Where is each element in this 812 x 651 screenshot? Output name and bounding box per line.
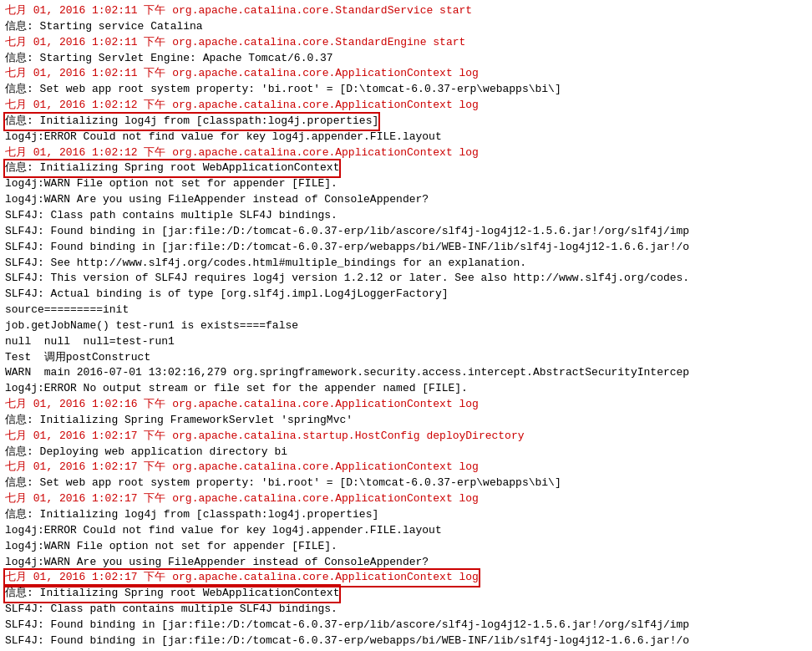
log-line: 七月 01, 2016 1:02:17 下午 org.apache.catali… xyxy=(5,570,807,586)
log-line: 信息: Initializing Spring root WebApplicat… xyxy=(5,586,807,602)
log-line: source=========init xyxy=(5,303,807,318)
log-line: 信息: Initializing Spring FrameworkServlet… xyxy=(5,413,807,429)
log-line: 七月 01, 2016 1:02:12 下午 org.apache.catali… xyxy=(5,145,807,161)
log-line: 信息: Initializing Spring root WebApplicat… xyxy=(5,160,807,176)
log-line: SLF4J: Found binding in [jar:file:/D:/to… xyxy=(5,224,807,240)
log-line: job.getJobName() test-run1 is exists====… xyxy=(5,318,807,334)
log-line: 七月 01, 2016 1:02:11 下午 org.apache.catali… xyxy=(5,35,807,51)
highlighted-log-line: 信息: Initializing Spring root WebApplicat… xyxy=(5,586,339,602)
log-line: log4j:WARN File option not set for appen… xyxy=(5,539,807,555)
log-line: WARN main 2016-07-01 13:02:16,279 org.sp… xyxy=(5,365,807,381)
log-output: 七月 01, 2016 1:02:11 下午 org.apache.catali… xyxy=(0,0,812,651)
log-line: 七月 01, 2016 1:02:12 下午 org.apache.catali… xyxy=(5,98,807,114)
log-line: 信息: Set web app root system property: 'b… xyxy=(5,82,807,98)
log-line: SLF4J: Actual binding is of type [org.sl… xyxy=(5,287,807,303)
log-line: log4j:ERROR No output stream or file set… xyxy=(5,381,807,397)
log-line: 七月 01, 2016 1:02:16 下午 org.apache.catali… xyxy=(5,397,807,413)
log-line: log4j:ERROR Could not find value for key… xyxy=(5,130,807,145)
log-line: log4j:WARN Are you using FileAppender in… xyxy=(5,192,807,208)
log-line: SLF4J: Found binding in [jar:file:/D:/to… xyxy=(5,240,807,256)
log-line: 七月 01, 2016 1:02:11 下午 org.apache.catali… xyxy=(5,3,807,19)
log-line: Test 调用postConstruct xyxy=(5,350,807,366)
log-line: 信息: Initializing log4j from [classpath:l… xyxy=(5,114,807,130)
highlighted-log-line: 信息: Initializing log4j from [classpath:l… xyxy=(5,114,378,130)
log-line: SLF4J: This version of SLF4J requires lo… xyxy=(5,271,807,287)
log-line: SLF4J: See http://www.slf4j.org/codes.ht… xyxy=(5,256,807,272)
log-line: 信息: Set web app root system property: 'b… xyxy=(5,476,807,491)
log-line: SLF4J: Class path contains multiple SLF4… xyxy=(5,602,807,618)
log-line: 七月 01, 2016 1:02:17 下午 org.apache.catali… xyxy=(5,429,807,445)
highlighted-log-line: 七月 01, 2016 1:02:17 下午 org.apache.catali… xyxy=(5,570,479,586)
log-line: 信息: Starting Servlet Engine: Apache Tomc… xyxy=(5,51,807,67)
log-line: log4j:WARN File option not set for appen… xyxy=(5,176,807,192)
log-line: 七月 01, 2016 1:02:11 下午 org.apache.catali… xyxy=(5,66,807,82)
log-line: null null null=test-run1 xyxy=(5,334,807,350)
log-line: SLF4J: Found binding in [jar:file:/D:/to… xyxy=(5,633,807,649)
highlighted-log-line: 信息: Initializing Spring root WebApplicat… xyxy=(5,160,339,176)
log-line: 信息: Starting service Catalina xyxy=(5,19,807,35)
log-line: SLF4J: Found binding in [jar:file:/D:/to… xyxy=(5,618,807,633)
log-line: 七月 01, 2016 1:02:17 下午 org.apache.catali… xyxy=(5,491,807,507)
log-line: 七月 01, 2016 1:02:17 下午 org.apache.catali… xyxy=(5,460,807,476)
log-line: 信息: Deploying web application directory … xyxy=(5,445,807,460)
log-line: SLF4J: Class path contains multiple SLF4… xyxy=(5,208,807,224)
log-line: log4j:WARN Are you using FileAppender in… xyxy=(5,555,807,571)
log-line: log4j:ERROR Could not find value for key… xyxy=(5,523,807,539)
log-line: 信息: Initializing log4j from [classpath:l… xyxy=(5,507,807,523)
